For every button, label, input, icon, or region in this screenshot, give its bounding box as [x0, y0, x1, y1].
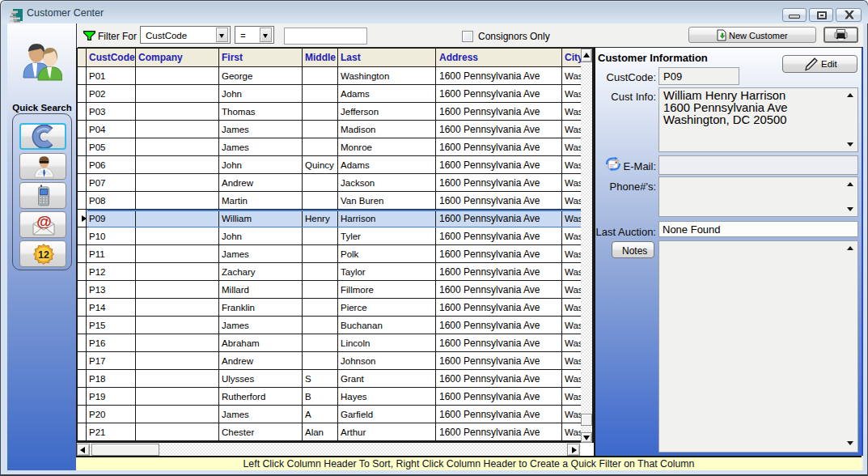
svg-text:12: 12 — [38, 249, 49, 261]
